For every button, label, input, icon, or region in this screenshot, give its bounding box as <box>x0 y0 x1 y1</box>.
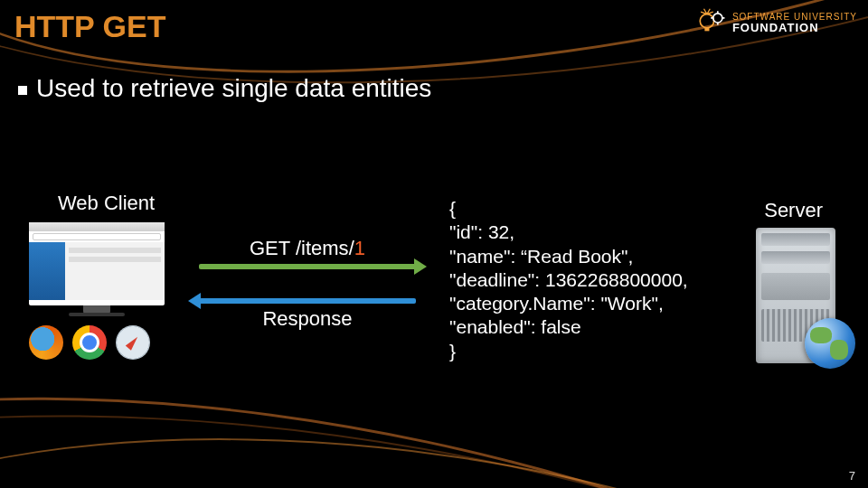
request-id: 1 <box>354 237 365 259</box>
web-client-label: Web Client <box>58 192 155 215</box>
bullet-text: Used to retrieve single data entities <box>36 74 431 103</box>
json-payload: { "id": 32, "name": “Read Book", "deadli… <box>449 197 688 363</box>
browser-window-illustration <box>29 222 165 305</box>
arrow-left-icon <box>199 298 416 304</box>
lightbulb-gear-icon <box>696 7 727 38</box>
request-label: GET /items/1 <box>199 237 416 260</box>
response-arrow-block: Response <box>199 298 416 334</box>
svg-point-0 <box>700 14 713 28</box>
safari-icon <box>116 325 150 360</box>
firefox-icon <box>29 325 63 360</box>
decor-swoosh <box>0 291 868 488</box>
server-label: Server <box>764 199 823 222</box>
globe-icon <box>805 318 855 369</box>
browser-icons-row <box>29 325 150 360</box>
response-label: Response <box>199 307 416 331</box>
monitor-base <box>69 313 125 316</box>
logo-text-line2: FOUNDATION <box>732 22 857 33</box>
slide-title: HTTP GET <box>14 9 166 44</box>
chrome-icon <box>72 325 107 360</box>
logo-text-line1: SOFTWARE UNIVERSITY <box>732 13 857 22</box>
page-number: 7 <box>849 469 855 483</box>
request-prefix: GET /items <box>250 237 349 259</box>
svg-rect-1 <box>704 27 709 31</box>
brand-logo: SOFTWARE UNIVERSITY FOUNDATION <box>696 7 857 38</box>
arrow-right-icon <box>199 264 416 269</box>
svg-point-2 <box>713 14 722 23</box>
request-arrow-block: GET /items/1 <box>199 237 416 269</box>
decor-swoosh <box>0 361 868 488</box>
bullet-item: Used to retrieve single data entities <box>18 74 431 103</box>
bullet-marker-icon <box>18 86 27 95</box>
